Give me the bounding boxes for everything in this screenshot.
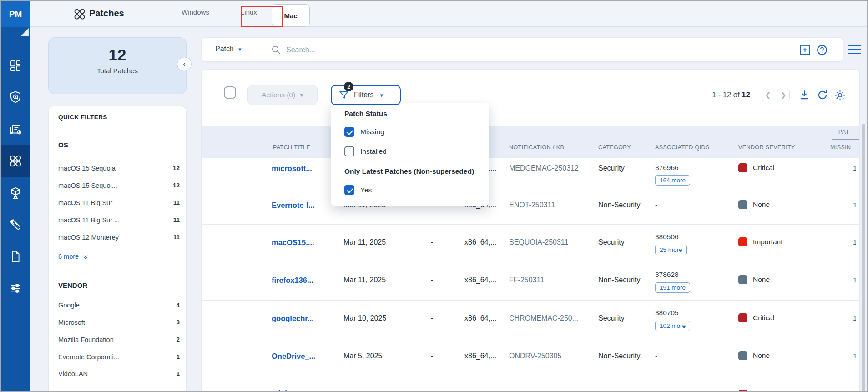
patch-title-link[interactable]: microsoft...	[272, 164, 312, 173]
qid-value: 380705	[655, 309, 679, 317]
sidebar-item-documents[interactable]	[1, 241, 30, 272]
notification-kb-value[interactable]: SEQUOIA-250311	[509, 238, 568, 246]
installed-checkbox[interactable]	[344, 146, 354, 156]
total-patches-value: 12	[49, 46, 186, 64]
notification-kb-value[interactable]: ENOT-250311	[509, 201, 555, 209]
qid-more-chip[interactable]: 25 more	[655, 245, 687, 255]
table-row[interactable]: googlechr... Mar 10, 2025 - x86_64,... C…	[202, 301, 860, 338]
sidebar-item-dashboard[interactable]	[1, 50, 30, 81]
category-value: Non-Security	[598, 276, 640, 284]
search-bar: Patch▾	[201, 37, 843, 62]
tab-windows[interactable]: Windows	[182, 8, 209, 16]
select-all-checkbox[interactable]	[224, 86, 236, 99]
col-header-vendor-severity[interactable]: VENDOR SEVERITY	[738, 144, 795, 151]
patch-title-link[interactable]: OneDrive_...	[272, 352, 315, 361]
table-row[interactable]: Evernote-l... Mar 11, 2025 - x86_64,... …	[202, 187, 860, 225]
notification-kb-value[interactable]: CHROMEMAC-250...	[509, 314, 578, 322]
refresh-button[interactable]	[817, 89, 828, 103]
page-header: Patches Windows Linux Mac	[30, 1, 867, 27]
qid-value: 376966	[655, 164, 679, 172]
table-row[interactable]: OneDrive_... Mar 5, 2025 - x86_64,... ON…	[202, 338, 860, 376]
qid-value: -	[655, 352, 657, 360]
patch-title-link[interactable]: macOS15....	[272, 238, 314, 247]
patch-status-section-title: Patch Status	[344, 110, 387, 118]
col-header-associated-qids[interactable]: ASSOCIATED QIDS	[655, 144, 710, 151]
os-filter-item[interactable]: macOS 15 Sequoia	[58, 165, 116, 172]
severity-swatch	[738, 390, 747, 392]
next-page-button[interactable]: ❯	[777, 89, 790, 101]
missing-checkbox[interactable]	[344, 127, 354, 137]
search-input[interactable]	[286, 44, 741, 56]
col-header-missing[interactable]: MISSIN	[830, 144, 859, 151]
table-row[interactable]: microsoft... x86_64,... MEDGEMAC-250312 …	[202, 158, 860, 187]
notification-kb-value[interactable]: FF-250311	[509, 276, 544, 284]
filter-option-yes[interactable]: Yes	[344, 185, 372, 195]
qid-value: -	[655, 201, 657, 209]
search-scope-dropdown[interactable]: Patch▾	[215, 45, 241, 53]
vendor-filter-item[interactable]: Microsoft	[58, 319, 85, 326]
os-filter-item[interactable]: macOS 11 Big Sur ...	[58, 216, 120, 224]
table-row-partial[interactable]: adobe...	[202, 376, 860, 392]
clipped-missing-value: 1	[853, 314, 856, 322]
notification-kb-value[interactable]: MEDGEMAC-250312	[509, 164, 579, 172]
chevron-down-icon: ▾	[300, 91, 303, 99]
os-filter-item[interactable]: macOS 11 Big Sur	[58, 199, 112, 206]
patch-title-link[interactable]: googlechr...	[272, 314, 314, 323]
menu-button[interactable]	[848, 45, 861, 55]
col-header-notification-kb[interactable]: NOTIFICATION / KB	[509, 144, 564, 151]
notification-kb-value[interactable]: ONDRV-250305	[509, 352, 561, 360]
os-show-more-link[interactable]: 6 more	[58, 253, 89, 260]
latest-patches-section-title: Only Latest Patches (Non-superseded)	[344, 167, 474, 176]
tab-mac[interactable]: Mac	[272, 4, 310, 27]
document-icon	[9, 250, 22, 263]
quick-filters-panel: QUICK FILTERS OS macOS 15 Sequoia 12 mac…	[48, 106, 187, 392]
yes-checkbox[interactable]	[344, 185, 354, 195]
patch-title-link[interactable]: firefox136...	[272, 276, 313, 285]
shield-search-icon	[9, 90, 22, 104]
vendor-filter-item[interactable]: Google	[58, 302, 80, 309]
sidebar-item-configuration[interactable]	[1, 272, 30, 304]
patches-title-icon	[73, 7, 86, 23]
patch-title-link[interactable]: Evernote-l...	[272, 201, 314, 210]
table-settings-button[interactable]	[834, 89, 846, 103]
qid-more-chip[interactable]: 164 more	[655, 175, 690, 186]
vertical-scrollbar[interactable]	[862, 124, 865, 392]
tab-linux[interactable]: Linux	[241, 8, 257, 16]
vendor-filter-item[interactable]: Evernote Corporati...	[58, 353, 119, 361]
wrench-patch-icon	[9, 218, 22, 231]
sidebar-item-tools[interactable]	[1, 209, 30, 241]
collapse-panel-button[interactable]: ‹	[177, 57, 192, 71]
col-header-category[interactable]: CATEGORY	[598, 144, 631, 151]
add-to-query-button[interactable]	[799, 44, 811, 58]
filters-count-badge: 2	[344, 82, 353, 91]
help-button[interactable]	[816, 44, 828, 58]
severity-label: Critical	[753, 164, 774, 172]
actions-button[interactable]: Actions (0)▾	[247, 85, 318, 105]
patch-title-link[interactable]: adobe...	[272, 389, 300, 392]
patches-icon	[8, 154, 23, 168]
pm-logo[interactable]: PM	[1, 1, 30, 27]
table-row[interactable]: firefox136... Mar 11, 2025 - x86_64,... …	[202, 262, 860, 301]
download-button[interactable]	[798, 89, 810, 103]
filter-option-installed[interactable]: Installed	[344, 146, 387, 156]
vendor-filter-count: 1	[176, 370, 180, 377]
column-group-patches: PAT	[838, 129, 849, 135]
divider	[49, 274, 186, 274]
vendor-filter-item[interactable]: Mozilla Foundation	[58, 336, 114, 343]
qid-more-chip[interactable]: 191 more	[655, 282, 690, 293]
sidebar-item-assets[interactable]	[1, 177, 30, 209]
os-filter-item[interactable]: macOS 15 Sequoi...	[58, 182, 117, 189]
vendor-filter-item[interactable]: VideoLAN	[58, 370, 88, 377]
quick-filters-title: QUICK FILTERS	[58, 114, 107, 121]
os-filter-item[interactable]: macOS 12 Monterey	[58, 234, 119, 241]
qid-more-chip[interactable]: 102 more	[655, 321, 690, 331]
sidebar-item-patches[interactable]	[1, 145, 30, 177]
table-row[interactable]: macOS15.... Mar 11, 2025 - x86_64,... SE…	[202, 225, 860, 262]
col-header-patch-title[interactable]: PATCH TITLE	[273, 144, 310, 151]
filters-button[interactable]: Filters ▾	[331, 85, 401, 105]
sidebar-item-vulnerabilities[interactable]	[1, 81, 30, 113]
total-patches-card: 12 Total Patches	[48, 37, 187, 94]
prev-page-button[interactable]: ❮	[762, 89, 774, 101]
filter-option-missing[interactable]: Missing	[344, 127, 384, 137]
sidebar-item-reports[interactable]	[1, 114, 30, 146]
